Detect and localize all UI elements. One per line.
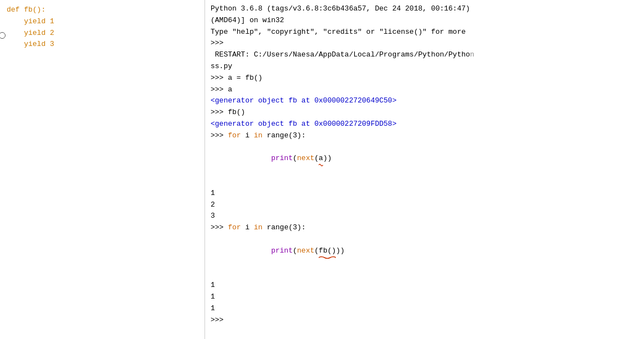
- shell-out-4: 1: [211, 280, 638, 291]
- shell-blank-2: [211, 268, 638, 280]
- shell-gen-output-2: <generator object fb at 0x00000227209FDD…: [211, 119, 638, 130]
- shell-gen-output-1: <generator object fb at 0x00000227206499…: [211, 95, 638, 107]
- shell-out-2: 2: [211, 199, 638, 211]
- shell-prompt-end: >>>: [211, 315, 638, 326]
- code-line-2: yield 1: [7, 16, 198, 28]
- code-line-3: yield 2: [7, 28, 198, 39]
- shell-header-1: Python 3.6.8 (tags/v3.6.8:3c6b436a57, De…: [211, 3, 638, 15]
- shell-restart: RESTART: C:/Users/Naesa/AppData/Local/Pr…: [211, 49, 638, 61]
- shell-cmd-a-assign: >>> a = fb(): [211, 73, 638, 84]
- code-editor[interactable]: def fb(): yield 1 yield 2 yield 3: [7, 4, 198, 50]
- shell-cmd-a: >>> a: [211, 84, 638, 96]
- shell-for2: >>> for i in range(3):: [211, 222, 638, 234]
- shell-out-6: 1: [211, 303, 638, 315]
- shell-out-1: 1: [211, 188, 638, 199]
- shell-out-5: 1: [211, 291, 638, 303]
- code-line-4: yield 3: [7, 39, 198, 50]
- shell-header-3: Type "help", "copyright", "credits" or "…: [211, 27, 638, 38]
- shell-restart-file: ss.py: [211, 61, 638, 73]
- code-line-1: def fb():: [7, 4, 198, 16]
- main-container: def fb(): yield 1 yield 2 yield 3 Python…: [0, 0, 644, 339]
- shell-print1: print(next(a)): [211, 142, 638, 176]
- shell-header-2: (AMD64)] on win32: [211, 15, 638, 27]
- shell-prompt-initial: >>>: [211, 38, 638, 49]
- right-panel[interactable]: Python 3.6.8 (tags/v3.6.8:3c6b436a57, De…: [205, 0, 644, 339]
- shell-out-3: 3: [211, 210, 638, 222]
- breakpoint-indicator: [0, 32, 6, 39]
- shell-blank-1: [211, 176, 638, 188]
- shell-cmd-fb: >>> fb(): [211, 107, 638, 119]
- left-panel: def fb(): yield 1 yield 2 yield 3: [0, 0, 205, 339]
- shell-for1: >>> for i in range(3):: [211, 130, 638, 142]
- shell-print2: print(next(fb())): [211, 234, 638, 268]
